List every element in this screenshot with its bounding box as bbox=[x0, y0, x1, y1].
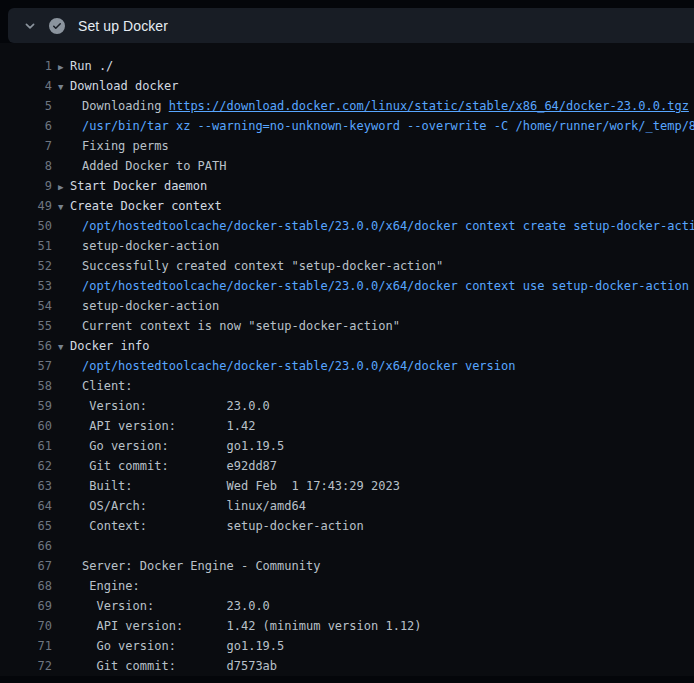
line-number[interactable]: 67 bbox=[0, 556, 52, 576]
log-group-header[interactable]: ▶Start Docker daemon bbox=[52, 176, 207, 196]
line-number[interactable]: 50 bbox=[0, 216, 52, 236]
log-text: API version: 1.42 bbox=[52, 416, 255, 436]
log-plain-text: Go version: go1.19.5 bbox=[82, 439, 284, 453]
log-line: 63 Built: Wed Feb 1 17:43:29 2023 bbox=[0, 476, 694, 496]
log-line: 62 Git commit: e92dd87 bbox=[0, 456, 694, 476]
log-plain-text: Fixing perms bbox=[82, 139, 169, 153]
log-plain-text: Server: Docker Engine - Community bbox=[82, 559, 320, 573]
log-text: /opt/hostedtoolcache/docker-stable/23.0.… bbox=[52, 216, 694, 236]
line-number[interactable]: 56 bbox=[0, 336, 52, 356]
log-link[interactable]: https://download.docker.com/linux/static… bbox=[169, 99, 689, 113]
log-group-header[interactable]: ▼Docker info bbox=[52, 336, 149, 356]
log-plain-text: Git commit: d7573ab bbox=[82, 659, 277, 673]
line-number[interactable]: 5 bbox=[0, 96, 52, 116]
log-line: 54setup-docker-action bbox=[0, 296, 694, 316]
log-line: 59 Version: 23.0.0 bbox=[0, 396, 694, 416]
triangle-down-icon: ▼ bbox=[58, 337, 70, 357]
log-plain-text: Client: bbox=[82, 379, 133, 393]
line-number[interactable]: 71 bbox=[0, 636, 52, 656]
log-line: 61 Go version: go1.19.5 bbox=[0, 436, 694, 456]
log-plain-text: Built: Wed Feb 1 17:43:29 2023 bbox=[82, 479, 400, 493]
log-plain-text: Version: 23.0.0 bbox=[82, 399, 270, 413]
log-line: 52Successfully created context "setup-do… bbox=[0, 256, 694, 276]
line-number[interactable]: 60 bbox=[0, 416, 52, 436]
log-text: Version: 23.0.0 bbox=[52, 396, 270, 416]
log-group-header[interactable]: ▶Run ./ bbox=[52, 56, 113, 76]
line-number[interactable]: 66 bbox=[0, 536, 52, 556]
log-line: 1▶Run ./ bbox=[0, 56, 694, 76]
log-group-title: Start Docker daemon bbox=[70, 179, 207, 193]
log-command-text: /usr/bin/tar xz --warning=no-unknown-key… bbox=[82, 119, 694, 133]
log-group-title: Create Docker context bbox=[70, 199, 222, 213]
triangle-right-icon: ▶ bbox=[58, 57, 70, 77]
log-command-text: /opt/hostedtoolcache/docker-stable/23.0.… bbox=[82, 359, 515, 373]
log-text: Git commit: e92dd87 bbox=[52, 456, 277, 476]
line-number[interactable]: 65 bbox=[0, 516, 52, 536]
line-number[interactable]: 61 bbox=[0, 436, 52, 456]
line-number[interactable]: 9 bbox=[0, 176, 52, 196]
line-number[interactable]: 63 bbox=[0, 476, 52, 496]
log-line: 67Server: Docker Engine - Community bbox=[0, 556, 694, 576]
log-plain-text: setup-docker-action bbox=[82, 239, 219, 253]
line-number[interactable]: 53 bbox=[0, 276, 52, 296]
log-text: Fixing perms bbox=[52, 136, 169, 156]
line-number[interactable]: 6 bbox=[0, 116, 52, 136]
line-number[interactable]: 70 bbox=[0, 616, 52, 636]
log-line: 50/opt/hostedtoolcache/docker-stable/23.… bbox=[0, 216, 694, 236]
log-text: Successfully created context "setup-dock… bbox=[52, 256, 443, 276]
log-line: 9▶Start Docker daemon bbox=[0, 176, 694, 196]
line-number[interactable]: 4 bbox=[0, 76, 52, 96]
line-number[interactable]: 69 bbox=[0, 596, 52, 616]
log-group-title: Run ./ bbox=[70, 59, 113, 73]
line-number[interactable]: 55 bbox=[0, 316, 52, 336]
log-line: 58Client: bbox=[0, 376, 694, 396]
log-text: Current context is now "setup-docker-act… bbox=[52, 316, 400, 336]
log-text: API version: 1.42 (minimum version 1.12) bbox=[52, 616, 422, 636]
log-text: Built: Wed Feb 1 17:43:29 2023 bbox=[52, 476, 400, 496]
log-text: Git commit: d7573ab bbox=[52, 656, 277, 676]
log-group-header[interactable]: ▼Download docker bbox=[52, 76, 178, 96]
log-line: 66 bbox=[0, 536, 694, 556]
line-number[interactable]: 1 bbox=[0, 56, 52, 76]
line-number[interactable]: 64 bbox=[0, 496, 52, 516]
log-line: 69 Version: 23.0.0 bbox=[0, 596, 694, 616]
line-number[interactable]: 62 bbox=[0, 456, 52, 476]
log-plain-text: Downloading bbox=[82, 99, 169, 113]
log-group-header[interactable]: ▼Create Docker context bbox=[52, 196, 222, 216]
log-line: 53/opt/hostedtoolcache/docker-stable/23.… bbox=[0, 276, 694, 296]
log-text: setup-docker-action bbox=[52, 296, 219, 316]
line-number[interactable]: 51 bbox=[0, 236, 52, 256]
log-command-text: /opt/hostedtoolcache/docker-stable/23.0.… bbox=[82, 279, 689, 293]
log-line: 72 Git commit: d7573ab bbox=[0, 656, 694, 676]
line-number[interactable]: 49 bbox=[0, 196, 52, 216]
log-line: 68 Engine: bbox=[0, 576, 694, 596]
line-number[interactable]: 72 bbox=[0, 656, 52, 676]
log-text: Added Docker to PATH bbox=[52, 156, 227, 176]
chevron-down-icon[interactable] bbox=[24, 20, 36, 32]
log-line: 4▼Download docker bbox=[0, 76, 694, 96]
triangle-down-icon: ▼ bbox=[58, 77, 70, 97]
line-number[interactable]: 52 bbox=[0, 256, 52, 276]
log-plain-text: Added Docker to PATH bbox=[82, 159, 227, 173]
log-line: 49▼Create Docker context bbox=[0, 196, 694, 216]
line-number[interactable]: 57 bbox=[0, 356, 52, 376]
line-number[interactable]: 7 bbox=[0, 136, 52, 156]
line-number[interactable]: 54 bbox=[0, 296, 52, 316]
log-plain-text: Successfully created context "setup-dock… bbox=[82, 259, 443, 273]
line-number[interactable]: 59 bbox=[0, 396, 52, 416]
step-header[interactable]: Set up Docker bbox=[8, 8, 694, 43]
line-number[interactable]: 68 bbox=[0, 576, 52, 596]
log-text: Go version: go1.19.5 bbox=[52, 436, 284, 456]
log-line: 8Added Docker to PATH bbox=[0, 156, 694, 176]
log-text: Version: 23.0.0 bbox=[52, 596, 270, 616]
log-console: 1▶Run ./4▼Download docker5Downloading ht… bbox=[0, 43, 694, 676]
log-plain-text: API version: 1.42 (minimum version 1.12) bbox=[82, 619, 422, 633]
log-text: Server: Docker Engine - Community bbox=[52, 556, 320, 576]
triangle-right-icon: ▶ bbox=[58, 177, 70, 197]
log-text: /opt/hostedtoolcache/docker-stable/23.0.… bbox=[52, 276, 689, 296]
line-number[interactable]: 58 bbox=[0, 376, 52, 396]
line-number[interactable]: 8 bbox=[0, 156, 52, 176]
log-line: 55Current context is now "setup-docker-a… bbox=[0, 316, 694, 336]
log-line: 57/opt/hostedtoolcache/docker-stable/23.… bbox=[0, 356, 694, 376]
log-line: 65 Context: setup-docker-action bbox=[0, 516, 694, 536]
